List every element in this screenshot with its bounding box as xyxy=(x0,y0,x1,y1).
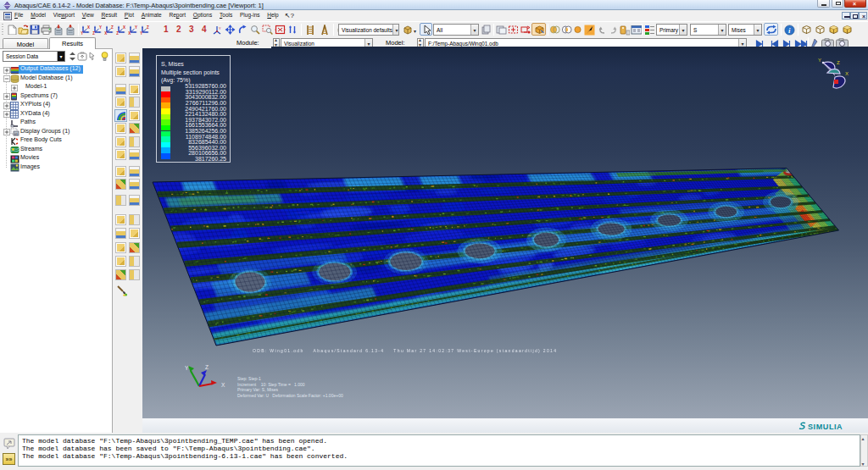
svg-text:Z: Z xyxy=(205,364,209,370)
svg-text:Z: Z xyxy=(116,31,119,35)
svg-text:SIMULIA: SIMULIA xyxy=(808,423,843,431)
svg-text:Z: Z xyxy=(111,25,114,30)
svg-text:X: X xyxy=(123,25,125,30)
svg-text:Y: Y xyxy=(135,25,137,30)
svg-text:Y: Y xyxy=(140,31,142,35)
svg-text:Y: Y xyxy=(219,26,221,30)
svg-text:01: 01 xyxy=(14,133,18,136)
svg-text:X: X xyxy=(128,31,131,35)
svg-text:Y: Y xyxy=(185,365,189,371)
svg-text:Y: Y xyxy=(99,25,102,30)
svg-text:X: X xyxy=(87,25,90,30)
svg-text:Y: Y xyxy=(818,58,821,63)
svg-text:X: X xyxy=(221,382,225,388)
svg-text:Z: Z xyxy=(92,31,95,35)
svg-text:Z: Z xyxy=(837,60,840,65)
svg-text:Y: Y xyxy=(81,31,83,35)
svg-text:X: X xyxy=(845,71,849,76)
svg-text:X: X xyxy=(104,31,107,35)
svg-text:Z: Z xyxy=(147,25,149,30)
